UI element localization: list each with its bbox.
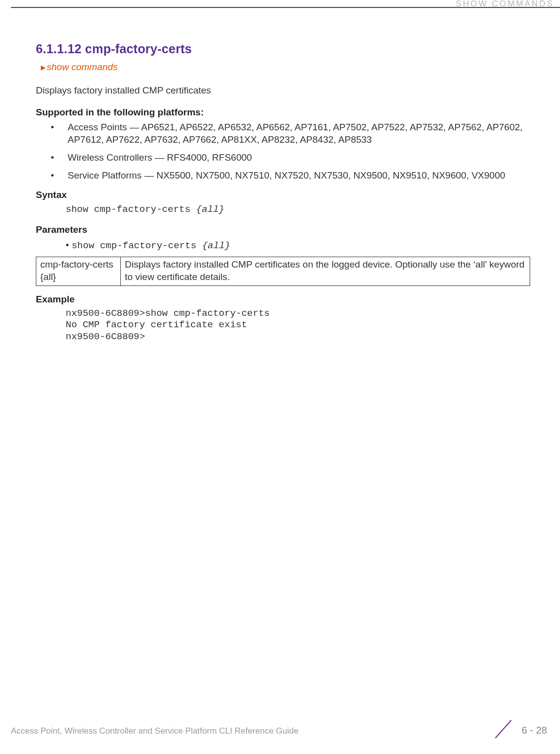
param-desc-cell: Displays factory installed CMP certifica… (121, 257, 530, 285)
platforms-heading: Supported in the following platforms: (36, 106, 530, 119)
parameter-bullet: show cmp-factory-certs {all} (66, 239, 530, 253)
param-name-line1: cmp-factory-certs (40, 259, 113, 270)
table-row: cmp-factory-certs {all} Displays factory… (36, 257, 530, 285)
list-item: Service Platforms — NX5500, NX7500, NX75… (36, 169, 530, 182)
param-name-line2: {all} (40, 272, 56, 282)
breadcrumb[interactable]: ▶show commands (41, 61, 530, 74)
footer-slash-icon (492, 718, 514, 740)
page-number: 6 - 28 (522, 724, 547, 737)
parameters-table: cmp-factory-certs {all} Displays factory… (36, 257, 530, 286)
syntax-code: show cmp-factory-certs {all} (66, 203, 530, 216)
syntax-arg: {all} (196, 204, 224, 215)
page-content: 6.1.1.12 cmp-factory-certs ▶show command… (0, 0, 560, 343)
platforms-list: Access Points — AP6521, AP6522, AP6532, … (36, 121, 530, 182)
breadcrumb-label: show commands (47, 62, 118, 72)
syntax-heading: Syntax (36, 188, 530, 201)
footer-guide: Access Point, Wireless Controller and Se… (11, 726, 298, 737)
section-title: 6.1.1.12 cmp-factory-certs (36, 41, 530, 58)
param-fixed: show cmp-factory-certs (72, 240, 202, 251)
list-item: Access Points — AP6521, AP6522, AP6532, … (36, 121, 530, 146)
example-code: nx9500-6C8809>show cmp-factory-certs No … (66, 308, 530, 343)
arrow-right-icon: ▶ (41, 64, 46, 71)
parameters-heading: Parameters (36, 223, 530, 236)
param-name-cell: cmp-factory-certs {all} (36, 257, 121, 285)
syntax-fixed: show cmp-factory-certs (66, 204, 196, 215)
intro-text: Displays factory installed CMP certifica… (36, 84, 530, 97)
example-heading: Example (36, 293, 530, 306)
list-item: Wireless Controllers — RFS4000, RFS6000 (36, 151, 530, 164)
header-category: SHOW COMMANDS (456, 0, 554, 10)
param-arg: {all} (202, 240, 230, 251)
svg-line-0 (495, 720, 511, 738)
